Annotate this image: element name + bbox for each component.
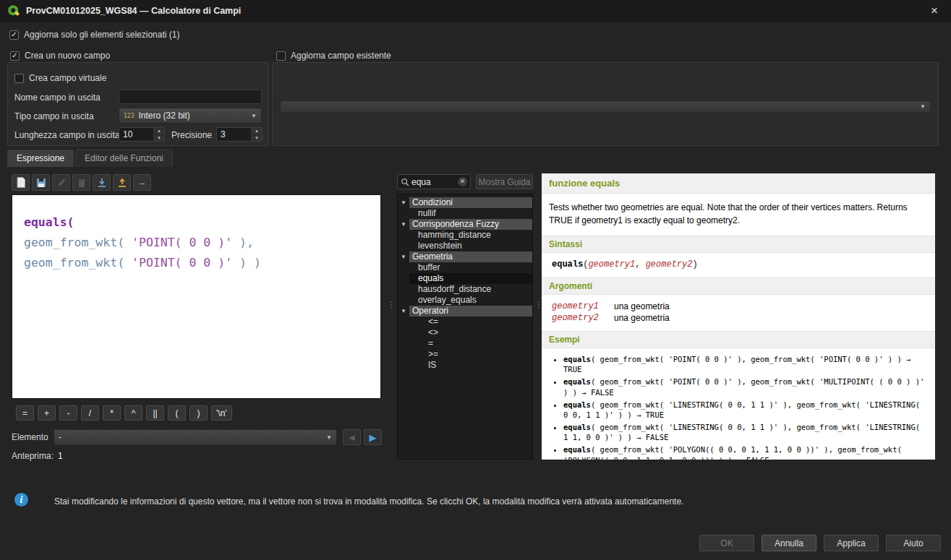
code-line: equals( [24, 212, 380, 233]
delete-expression-button[interactable] [72, 174, 90, 191]
operator-button[interactable]: - [59, 405, 77, 421]
function-item[interactable]: buffer [409, 262, 532, 273]
update-existing-field-checkbox[interactable]: Aggiorna campo esistente [276, 51, 391, 61]
function-item[interactable]: equals [409, 273, 532, 284]
spin-up-button[interactable]: ▲ [252, 128, 262, 135]
tab-editor-funzioni[interactable]: Editor delle Funzioni [75, 150, 173, 167]
function-group-header[interactable]: ▼Operatori [398, 306, 532, 316]
precision-label: Precisione [171, 130, 212, 140]
checkbox-label: Aggiorna solo gli elementi selezionati (… [24, 30, 179, 40]
apply-button[interactable]: Applica [824, 535, 879, 551]
checkbox-label: Aggiorna campo esistente [291, 51, 391, 61]
new-expression-button[interactable] [12, 174, 30, 191]
create-new-field-checkbox[interactable]: ✓ Crea un nuovo campo [10, 51, 110, 61]
function-item[interactable]: <= [409, 316, 532, 327]
ok-button[interactable]: OK [699, 535, 754, 551]
argument-row: geometry1una geometria [542, 301, 935, 312]
import-expression-button[interactable] [93, 174, 111, 191]
syntax-signature: equals(geometry1, geometry2) [542, 253, 935, 277]
cancel-button[interactable]: Annulla [762, 535, 816, 551]
checkbox-box: ✓ [10, 51, 20, 61]
function-item[interactable]: nullif [409, 208, 532, 219]
show-help-button[interactable]: Mostra Guida [476, 174, 533, 189]
next-feature-button[interactable]: ▶ [364, 429, 382, 445]
next-arrow-icon: ▶ [370, 432, 377, 443]
examples-list: equals( geom_from_wkt( 'POINT( 0 0 )' ),… [542, 348, 935, 460]
prev-feature-button[interactable]: ◀ [343, 429, 361, 445]
function-item[interactable]: hausdorff_distance [409, 284, 532, 295]
checkbox-label: Crea campo virtuale [29, 73, 106, 83]
function-item[interactable]: overlay_equals [409, 295, 532, 306]
preview-row: Anteprima: 1 [12, 451, 63, 461]
edit-expression-button[interactable] [52, 174, 70, 191]
export-expression-button[interactable] [113, 174, 131, 191]
operator-button[interactable]: * [103, 405, 121, 421]
code-line: geom_from_wkt( 'POINT( 0 0 )' ) ) [24, 253, 380, 273]
info-icon: i [14, 493, 28, 507]
elemento-combo[interactable]: - ▼ [54, 429, 337, 445]
field-length-spinbox[interactable]: 10 ▲ ▼ [119, 127, 165, 142]
function-group-header[interactable]: ▼Corrispondenza Fuzzy [398, 219, 532, 230]
output-field-type-combo[interactable]: 123 Intero (32 bit) ▼ [119, 108, 262, 124]
clear-search-icon[interactable]: ✕ [458, 177, 467, 186]
separator-button[interactable]: -- [133, 174, 151, 191]
operator-button[interactable]: / [81, 405, 99, 421]
chevron-down-icon: ▼ [398, 308, 409, 314]
combo-value: - [59, 432, 61, 442]
precision-spinbox[interactable]: 3 ▲ ▼ [216, 127, 263, 142]
expression-editor[interactable]: equals(geom_from_wkt( 'POINT( 0 0 )' ),g… [12, 194, 381, 399]
chevron-down-icon: ▼ [920, 103, 926, 110]
tab-espressione[interactable]: Espressione [7, 150, 74, 167]
output-field-name-input[interactable] [119, 90, 262, 104]
example-item: equals( geom_from_wkt( 'LINESTRING( 0 0,… [563, 422, 925, 442]
operator-button[interactable]: + [38, 405, 56, 421]
function-group-header[interactable]: ▼Geometria [398, 251, 532, 262]
save-expression-button[interactable] [32, 174, 50, 191]
operator-button[interactable]: ) [189, 405, 208, 421]
save-expression-icon [36, 178, 46, 188]
operator-button[interactable]: = [16, 405, 34, 421]
operator-button[interactable]: ^ [124, 405, 142, 421]
operator-bar: =+-/*^||()'\n' [16, 405, 232, 421]
function-group-label: Corrispondenza Fuzzy [409, 219, 532, 230]
search-icon [401, 178, 409, 186]
function-item[interactable]: = [409, 338, 532, 349]
function-item[interactable]: levenshtein [409, 241, 532, 251]
spin-up-button[interactable]: ▲ [154, 128, 164, 135]
function-item[interactable]: <> [409, 327, 532, 338]
existing-field-combo[interactable]: ▼ [280, 100, 931, 113]
spin-down-button[interactable]: ▼ [154, 135, 164, 142]
spin-value: 10 [119, 128, 153, 141]
chevron-down-icon: ▼ [398, 254, 409, 260]
elemento-label: Elemento [12, 432, 48, 442]
operator-button[interactable]: || [146, 405, 164, 421]
help-panel: funzione equals Tests whether two geomet… [542, 173, 935, 460]
help-button[interactable]: Aiuto [886, 535, 941, 551]
operator-button[interactable]: ( [168, 405, 186, 421]
update-selected-checkbox[interactable]: ✓ Aggiorna solo gli elementi selezionati… [9, 30, 179, 40]
operator-button[interactable]: '\n' [211, 405, 232, 421]
title-bar: ProvCM01012025_WGS84 — Calcolatore di Ca… [0, 0, 951, 22]
qgis-logo-icon [7, 4, 20, 17]
preview-label: Anteprima: [12, 451, 54, 461]
create-new-field-body: Crea campo virtuale Nome campo in uscita… [7, 62, 269, 146]
splitter-handle[interactable]: ⋮ [387, 300, 393, 329]
function-group-header[interactable]: ▼Condizioni [398, 197, 532, 208]
function-item[interactable]: >= [409, 349, 532, 360]
arguments-header: Argomenti [542, 277, 935, 295]
checkbox-label: Crea un nuovo campo [25, 51, 110, 61]
virtual-field-checkbox[interactable]: Crea campo virtuale [14, 73, 106, 83]
function-tree[interactable]: ▼Condizioninullif▼Corrispondenza Fuzzyha… [397, 194, 533, 460]
spin-down-button[interactable]: ▼ [252, 135, 262, 142]
arguments-table: geometry1una geometriageometry2una geome… [542, 295, 935, 331]
example-item: equals( geom_from_wkt( 'LINESTRING( 0 0,… [563, 400, 925, 420]
function-item[interactable]: IS [409, 360, 532, 371]
function-item[interactable]: hamming_distance [409, 230, 532, 241]
close-button[interactable]: × [925, 1, 944, 20]
help-description: Tests whether two geometries are equal. … [542, 194, 935, 236]
field-length-label: Lunghezza campo in uscita [14, 130, 119, 140]
function-search-input[interactable] [411, 177, 456, 187]
splitter-handle[interactable]: ⋮ [534, 300, 540, 329]
checkbox-box [14, 74, 24, 83]
check-icon: ✓ [12, 52, 17, 59]
